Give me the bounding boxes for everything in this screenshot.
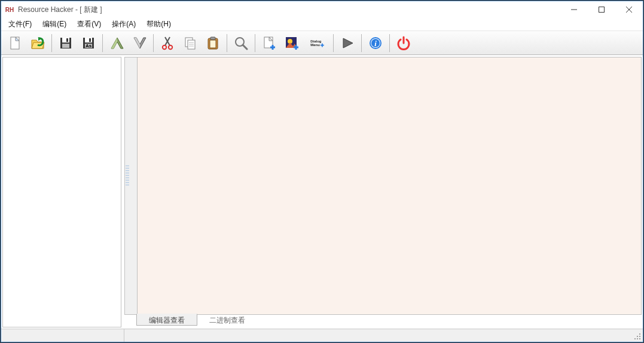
toolbar-separator xyxy=(51,34,52,52)
toolbar-separator xyxy=(102,34,103,52)
svg-rect-56 xyxy=(634,338,636,339)
status-bar xyxy=(1,329,643,342)
toolbar-separator xyxy=(153,34,154,52)
editor-panel: 编辑器查看 二进制查看 xyxy=(124,57,642,327)
menu-view[interactable]: 查看(V) xyxy=(72,18,106,31)
exit-button[interactable] xyxy=(393,33,414,53)
toolbar-separator xyxy=(333,34,334,52)
save-button[interactable] xyxy=(55,33,77,53)
add-image-resource-button[interactable] xyxy=(281,33,303,53)
compile-run-button[interactable] xyxy=(337,33,358,53)
open-file-button[interactable] xyxy=(27,33,48,53)
menu-file[interactable]: 文件(F) xyxy=(4,18,36,31)
client-area: 编辑器查看 二进制查看 xyxy=(1,55,643,329)
svg-rect-1 xyxy=(599,7,605,13)
find-button[interactable] xyxy=(230,33,252,53)
cut-button[interactable] xyxy=(157,33,178,53)
view-tabs: 编辑器查看 二进制查看 xyxy=(124,314,642,327)
dialog-label-bot: Menu xyxy=(310,43,320,47)
svg-point-22 xyxy=(163,45,166,48)
svg-rect-31 xyxy=(210,37,215,40)
svg-rect-53 xyxy=(637,336,638,337)
resize-grip[interactable] xyxy=(633,332,642,341)
svg-text:i: i xyxy=(374,39,377,48)
editor-gutter xyxy=(125,57,137,314)
new-file-button[interactable] xyxy=(4,33,26,53)
svg-rect-52 xyxy=(639,336,640,337)
add-blank-resource-button[interactable] xyxy=(258,33,280,53)
svg-line-33 xyxy=(243,45,247,49)
svg-rect-34 xyxy=(264,37,273,48)
about-button[interactable]: i xyxy=(365,33,386,53)
svg-rect-51 xyxy=(639,333,640,335)
toolbar-separator xyxy=(361,34,362,52)
svg-rect-55 xyxy=(637,338,638,339)
window-title: Resource Hacker - [ 新建 ] xyxy=(18,5,102,15)
toolbar-separator xyxy=(227,34,227,52)
menu-edit[interactable]: 编辑(E) xyxy=(38,18,71,31)
svg-rect-13 xyxy=(89,38,91,42)
resource-tree-panel[interactable] xyxy=(2,57,121,327)
editor-container xyxy=(124,57,642,315)
tab-editor-view[interactable]: 编辑器查看 xyxy=(136,314,197,326)
svg-rect-8 xyxy=(62,38,69,43)
svg-rect-9 xyxy=(66,38,68,42)
menu-help[interactable]: 帮助(H) xyxy=(142,18,176,31)
dialog-label-top: Dialog xyxy=(310,39,321,43)
close-button[interactable] xyxy=(615,1,643,18)
svg-text:As: As xyxy=(86,43,92,48)
export-resource-button[interactable] xyxy=(129,33,150,53)
tab-binary-view[interactable]: 二进制查看 xyxy=(197,314,257,326)
app-icon: RH xyxy=(5,5,14,14)
title-bar: RH Resource Hacker - [ 新建 ] xyxy=(1,1,643,18)
maximize-button[interactable] xyxy=(588,1,615,18)
svg-rect-10 xyxy=(62,44,69,48)
svg-rect-12 xyxy=(85,38,92,43)
menu-action[interactable]: 操作(A) xyxy=(107,18,141,31)
gutter-grip-icon xyxy=(126,165,129,187)
svg-rect-4 xyxy=(11,37,19,49)
status-cell xyxy=(1,329,124,342)
import-resource-button[interactable] xyxy=(106,33,127,53)
svg-marker-45 xyxy=(343,38,353,48)
editor-canvas[interactable] xyxy=(137,57,641,314)
toolbar-separator xyxy=(255,34,255,52)
paste-button[interactable] xyxy=(202,33,224,53)
toolbar: As DialogMenu xyxy=(1,31,643,55)
minimize-button[interactable] xyxy=(560,1,588,18)
svg-rect-54 xyxy=(639,338,640,339)
svg-point-23 xyxy=(169,45,172,48)
app-window: RH Resource Hacker - [ 新建 ] 文件(F) 编辑(E) … xyxy=(1,1,643,342)
copy-button[interactable] xyxy=(179,33,201,53)
svg-rect-30 xyxy=(210,40,216,48)
menu-bar: 文件(F) 编辑(E) 查看(V) 操作(A) 帮助(H) xyxy=(1,18,643,31)
add-dialog-resource-button[interactable]: DialogMenu xyxy=(304,33,330,53)
save-as-button[interactable]: As xyxy=(78,33,99,53)
toolbar-separator xyxy=(389,34,390,52)
